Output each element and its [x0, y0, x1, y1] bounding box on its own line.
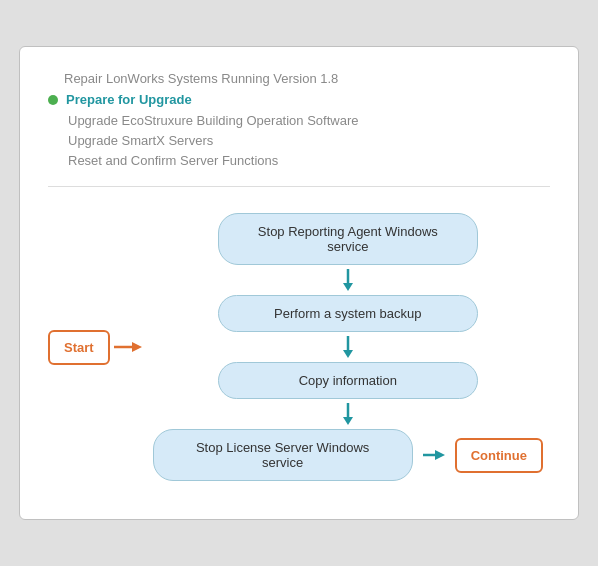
flow-area: Start Stop Reporting Agent Windows servi… — [48, 203, 550, 491]
start-arrow — [114, 338, 142, 356]
flow-step-1: Perform a system backup — [218, 295, 478, 332]
divider — [48, 186, 550, 187]
nav-active-item: Prepare for Upgrade — [48, 92, 550, 107]
svg-marker-7 — [343, 417, 353, 425]
flow-arrow-2 — [339, 403, 357, 425]
navigation: Repair LonWorks Systems Running Version … — [48, 71, 550, 168]
active-item-label: Prepare for Upgrade — [66, 92, 192, 107]
last-row: Stop License Server Windows service Cont… — [146, 429, 550, 481]
nav-sub-item-0: Upgrade EcoStruxure Building Operation S… — [48, 113, 550, 128]
continue-arrow — [423, 447, 445, 463]
flow-step-0: Stop Reporting Agent Windows service — [218, 213, 478, 265]
svg-marker-3 — [343, 283, 353, 291]
flow-arrow-0 — [339, 269, 357, 291]
flow-steps: Stop Reporting Agent Windows service Per… — [146, 213, 550, 481]
start-button[interactable]: Start — [48, 330, 110, 365]
nav-sub-item-2: Reset and Confirm Server Functions — [48, 153, 550, 168]
continue-button[interactable]: Continue — [455, 438, 543, 473]
flow-step-2: Copy information — [218, 362, 478, 399]
flow-step-3: Stop License Server Windows service — [153, 429, 413, 481]
svg-marker-1 — [132, 342, 142, 352]
main-window: Repair LonWorks Systems Running Version … — [19, 46, 579, 520]
nav-repair-item: Repair LonWorks Systems Running Version … — [48, 71, 550, 86]
active-dot — [48, 95, 58, 105]
svg-marker-9 — [435, 450, 445, 460]
flow-arrow-1 — [339, 336, 357, 358]
nav-sub-item-1: Upgrade SmartX Servers — [48, 133, 550, 148]
svg-marker-5 — [343, 350, 353, 358]
